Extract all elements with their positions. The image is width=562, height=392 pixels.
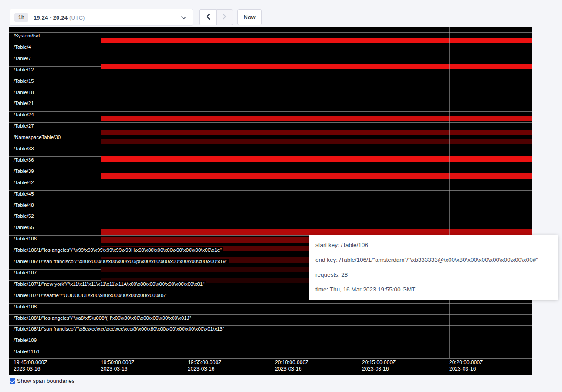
- key-span-label: /Table/107/1/"new york"/"\x11\x11\x11\x1…: [14, 281, 206, 287]
- span-boundary-line: [9, 224, 532, 224]
- tooltip-end-key: end key: /Table/106/1/"amsterdam"/"\xb33…: [315, 253, 552, 267]
- span-boundary-line: [9, 348, 532, 348]
- footer: Show span boundaries: [10, 378, 74, 384]
- key-span-label: /Table/106: [14, 236, 38, 242]
- hover-tooltip: start key: /Table/106 end key: /Table/10…: [309, 235, 558, 300]
- time-axis-label: 20:15:00.000Z2023-03-16: [362, 359, 396, 372]
- key-span-label: /Table/52: [14, 213, 35, 220]
- now-button[interactable]: Now: [237, 9, 262, 25]
- time-axis-label: 20:10:00.000Z2023-03-16: [275, 359, 308, 372]
- key-span-label: /Table/21: [14, 101, 35, 107]
- key-span-label: /Table/15: [14, 78, 35, 84]
- time-axis-label: 20:20:00.000Z2023-03-16: [449, 359, 483, 372]
- key-span-label: /Table/55: [14, 225, 35, 231]
- span-boundary-line: [9, 303, 532, 304]
- time-axis-date: 2023-03-16: [275, 366, 308, 372]
- span-boundary-line: [9, 89, 532, 89]
- key-span-label: /Table/106/1/"los angeles"/"\x99\x99\x99…: [14, 247, 223, 253]
- span-boundary-line: [9, 168, 532, 168]
- time-gridline: [101, 27, 101, 358]
- time-axis-date: 2023-03-16: [362, 366, 396, 372]
- span-boundary-line: [9, 179, 532, 179]
- time-axis-date: 2023-03-16: [14, 366, 47, 372]
- heat-band: [101, 64, 532, 69]
- show-span-boundaries-label: Show span boundaries: [17, 378, 74, 384]
- tooltip-start-key: start key: /Table/106: [315, 238, 552, 253]
- span-boundary-line: [9, 145, 532, 145]
- duration-badge: 1h: [14, 13, 28, 22]
- time-gridline: [449, 27, 450, 358]
- span-boundary-line: [9, 55, 532, 55]
- time-nav-buttons: [199, 9, 233, 25]
- time-axis-date: 2023-03-16: [449, 366, 483, 372]
- key-span-label: /System/tsd: [14, 33, 41, 39]
- time-axis-date: 2023-03-16: [101, 366, 134, 372]
- key-span-label: /Table/111/1: [14, 349, 41, 355]
- key-span-label: /Table/108/1/"los angeles"/"\xa8\xf5\u00…: [14, 315, 193, 321]
- key-span-label: /Table/108: [14, 304, 38, 310]
- time-axis-label: 19:45:00.000Z2023-03-16: [14, 359, 47, 372]
- key-span-label: /Table/48: [14, 203, 35, 209]
- key-span-label: /Table/107: [14, 270, 38, 276]
- key-span-label: /Table/39: [14, 169, 35, 175]
- time-axis-time: 20:10:00.000Z: [275, 359, 308, 366]
- check-icon: [10, 377, 15, 385]
- key-span-label: /Table/4: [14, 44, 32, 51]
- key-span-label: /Table/24: [14, 112, 35, 118]
- span-boundary-line: [9, 190, 532, 191]
- heat-band: [101, 173, 532, 179]
- heat-band: [101, 229, 532, 235]
- time-gridline: [188, 27, 188, 358]
- chevron-left-icon: [206, 14, 210, 21]
- heat-band: [101, 156, 532, 162]
- prev-time-button[interactable]: [199, 9, 216, 25]
- key-span-label: /Table/27: [14, 123, 35, 129]
- time-range-value: 19:24 - 20:24: [34, 14, 68, 21]
- heat-band: [101, 130, 532, 135]
- key-span-label: /Table/7: [14, 56, 32, 62]
- key-span-label: /Table/33: [14, 146, 35, 152]
- span-boundary-line: [9, 122, 532, 123]
- chevron-right-icon: [223, 14, 227, 21]
- heat-band: [101, 139, 532, 144]
- show-span-boundaries-checkbox[interactable]: [10, 378, 15, 384]
- span-boundary-line: [9, 213, 532, 213]
- time-axis-label: 19:55:00.000Z2023-03-16: [188, 359, 221, 372]
- span-boundary-line: [9, 358, 532, 359]
- heat-band: [101, 116, 532, 121]
- span-boundary-line: [9, 202, 532, 202]
- chevron-down-icon: [181, 14, 186, 21]
- key-span-label: /Table/42: [14, 180, 35, 186]
- span-boundary-line: [9, 325, 532, 326]
- time-axis-time: 19:55:00.000Z: [188, 359, 221, 366]
- key-span-label: /Table/108/1/"san francisco"/"\x8c\xcc\x…: [14, 326, 226, 332]
- span-boundary-line: [9, 32, 532, 33]
- time-range-text: 19:24 - 20:24(UTC): [34, 14, 85, 21]
- tooltip-requests: requests: 28: [315, 267, 552, 282]
- toolbar: 1h 19:24 - 20:24(UTC) Now: [10, 9, 262, 26]
- next-time-button[interactable]: [216, 9, 233, 25]
- key-span-label: /NamespaceTable/30: [14, 135, 62, 141]
- key-span-label: /Table/18: [14, 90, 35, 96]
- key-span-label: /Table/45: [14, 191, 35, 197]
- time-range-timezone: (UTC): [69, 14, 85, 21]
- key-span-label: /Table/109: [14, 338, 38, 344]
- heat-band: [101, 38, 532, 43]
- time-range-selector[interactable]: 1h 19:24 - 20:24(UTC): [10, 9, 193, 26]
- key-span-label: /Table/36: [14, 157, 35, 163]
- time-axis-time: 19:50:00.000Z: [101, 359, 134, 366]
- key-visualizer-canvas[interactable]: /System/tsd/Table/4/Table/7/Table/12/Tab…: [9, 27, 532, 375]
- time-gridline: [275, 27, 275, 358]
- time-axis-time: 20:20:00.000Z: [449, 359, 483, 366]
- key-span-label: /Table/12: [14, 67, 35, 73]
- key-span-label: /Table/107/1/"seattle"/"UUUUUUD\x00\x80\…: [14, 293, 168, 299]
- time-axis-date: 2023-03-16: [188, 366, 221, 372]
- key-span-label: /Table/106/1/"san francisco"/"\x80\x00\x…: [14, 259, 229, 265]
- span-boundary-line: [9, 111, 532, 112]
- span-boundary-line: [9, 314, 532, 315]
- time-axis-label: 19:50:00.000Z2023-03-16: [101, 359, 134, 372]
- span-boundary-line: [9, 100, 532, 100]
- tooltip-time: time: Thu, 16 Mar 2023 19:55:00 GMT: [315, 282, 552, 297]
- time-axis-time: 20:15:00.000Z: [362, 359, 396, 366]
- time-gridline: [362, 27, 362, 358]
